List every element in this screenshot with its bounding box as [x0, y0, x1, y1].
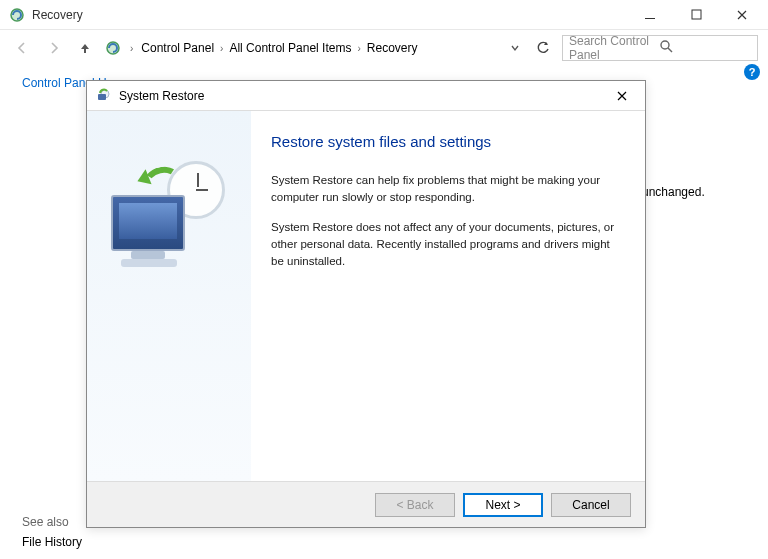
dialog-heading: Restore system files and settings: [271, 133, 621, 150]
maximize-button[interactable]: [678, 4, 714, 26]
search-input[interactable]: Search Control Panel: [562, 35, 758, 61]
svg-point-4: [661, 41, 669, 49]
breadcrumb-item[interactable]: Control Panel: [141, 41, 214, 55]
dialog-title: System Restore: [119, 89, 607, 103]
refresh-button[interactable]: [532, 37, 554, 59]
back-button[interactable]: [10, 36, 34, 60]
recovery-icon: [8, 6, 26, 24]
dialog-banner: [87, 111, 251, 481]
search-placeholder: Search Control Panel: [569, 34, 660, 62]
dialog-titlebar: System Restore: [87, 81, 645, 111]
dialog-paragraph: System Restore can help fix problems tha…: [271, 172, 621, 205]
svg-rect-1: [645, 18, 655, 19]
next-button[interactable]: Next >: [463, 493, 543, 517]
address-dropdown-button[interactable]: [506, 39, 524, 57]
chevron-right-icon: ›: [130, 43, 133, 54]
breadcrumb[interactable]: Control Panel › All Control Panel Items …: [141, 41, 498, 55]
breadcrumb-item[interactable]: Recovery: [367, 41, 418, 55]
breadcrumb-item[interactable]: All Control Panel Items: [229, 41, 351, 55]
minimize-button[interactable]: [632, 4, 668, 26]
svg-rect-2: [692, 10, 701, 19]
file-history-link[interactable]: File History: [22, 535, 82, 549]
explorer-navbar: › Control Panel › All Control Panel Item…: [0, 30, 768, 66]
forward-button[interactable]: [42, 36, 66, 60]
system-restore-icon: [95, 87, 113, 105]
system-restore-illustration: [109, 161, 229, 271]
search-icon: [660, 40, 751, 56]
dialog-close-button[interactable]: [607, 84, 637, 108]
window-title: Recovery: [32, 8, 632, 22]
chevron-right-icon: ›: [220, 43, 223, 54]
up-button[interactable]: [74, 37, 96, 59]
close-button[interactable]: [724, 4, 760, 26]
see-also-heading: See also: [22, 515, 69, 529]
svg-line-5: [668, 48, 672, 52]
window-titlebar: Recovery: [0, 0, 768, 30]
chevron-right-icon: ›: [357, 43, 360, 54]
dialog-footer: < Back Next > Cancel: [87, 481, 645, 527]
dialog-content: Restore system files and settings System…: [251, 111, 645, 481]
dialog-paragraph: System Restore does not affect any of yo…: [271, 219, 621, 269]
cancel-button[interactable]: Cancel: [551, 493, 631, 517]
help-button[interactable]: ?: [744, 64, 760, 80]
svg-rect-7: [98, 94, 106, 100]
control-panel-icon: [104, 39, 122, 57]
system-restore-dialog: System Restore Restore system files and …: [86, 80, 646, 528]
back-button: < Back: [375, 493, 455, 517]
